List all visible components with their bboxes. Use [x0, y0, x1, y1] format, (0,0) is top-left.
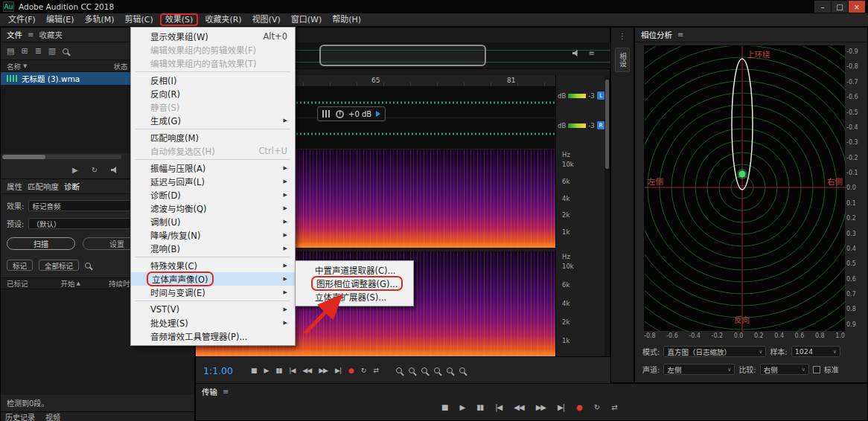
menu-item-time-pitch[interactable]: 时间与变调(E)▶ [131, 286, 295, 299]
tab-diagnostics[interactable]: 诊断 [64, 181, 80, 192]
gain-hud[interactable]: +0 dB [317, 106, 386, 121]
tab-files[interactable]: 文件 [7, 29, 22, 40]
delete-icon[interactable]: ▥ [48, 46, 56, 56]
overview-range-selector[interactable] [319, 45, 486, 66]
menu-item-delay-echo[interactable]: 延迟与回声(L)▶ [131, 175, 295, 188]
forward-button[interactable]: ▶▶ [536, 403, 546, 411]
column-marked[interactable]: 已标记 [7, 278, 28, 289]
zoom-out-time-icon[interactable] [434, 367, 440, 373]
mode-select[interactable]: 直方图（日志缩放） ∨ [663, 346, 766, 357]
menu-item-filter-eq[interactable]: 滤波与均衡(Q)▶ [131, 202, 295, 215]
record-button[interactable]: ● [576, 403, 582, 411]
rewind-button[interactable]: ◀◀ [302, 367, 311, 374]
search-icon[interactable] [63, 48, 68, 54]
speaker-icon[interactable] [111, 167, 118, 173]
menu-file[interactable]: 文件(F) [3, 14, 41, 26]
tab-properties[interactable]: 属性 [7, 181, 22, 192]
skip-back-button[interactable]: |◀ [495, 403, 502, 411]
menu-item-modulation[interactable]: 调制(U)▶ [131, 215, 295, 228]
zoom-in-icon[interactable] [396, 367, 402, 373]
record-button[interactable]: ● [348, 367, 354, 374]
maximize-button[interactable]: □ [832, 1, 848, 13]
grip-icon[interactable]: ⋮ [619, 32, 626, 40]
play-button[interactable]: ▶ [459, 403, 465, 411]
menu-item-batch[interactable]: 批处理(S)▶ [131, 316, 295, 330]
column-start[interactable]: 开始 [61, 278, 75, 289]
stop-button[interactable]: ■ [251, 367, 257, 374]
column-name[interactable]: 名称 [7, 61, 21, 71]
panel-menu-icon[interactable]: ≡ [223, 388, 229, 396]
samples-select[interactable]: 1024 ∨ [791, 346, 840, 357]
menu-view[interactable]: 视图(V) [247, 14, 286, 26]
files-horizontal-scrollbar[interactable] [2, 155, 121, 159]
forward-button[interactable]: ▶▶ [319, 367, 328, 374]
skip-forward-button[interactable]: ▶| [558, 403, 564, 411]
minimize-button[interactable]: – [814, 1, 831, 13]
menu-item-amplitude-compression[interactable]: 振幅与压限(A)▶ [131, 161, 295, 175]
import-icon[interactable]: ≣ [35, 46, 42, 56]
marker-button[interactable]: 标记 [7, 260, 33, 271]
menu-item-plugin-manager[interactable]: 音频增效工具管理器(P)... [131, 330, 295, 343]
new-file-icon[interactable]: ▤ [7, 46, 14, 56]
pause-button[interactable]: ▮▮ [275, 367, 281, 374]
panel-menu-icon[interactable]: ≡ [677, 30, 683, 39]
tab-video[interactable]: 视频 [45, 411, 60, 421]
menu-item-special[interactable]: 特殊效果(C)▶ [131, 259, 295, 272]
menu-item-diagnostics[interactable]: 诊断(D)▶ [131, 188, 295, 202]
skip-forward-button[interactable]: ▶| [335, 367, 341, 374]
loop-button[interactable]: ↻ [361, 367, 366, 374]
hud-drag-icon[interactable] [376, 111, 380, 117]
scan-button[interactable]: 扫描 [7, 237, 75, 250]
scrollbar-thumb[interactable] [2, 155, 45, 159]
submenu-item-graphic-phase-shifter[interactable]: 图形相位调整器(G)... [296, 277, 413, 290]
column-status[interactable]: 状态 [113, 61, 127, 71]
menu-item-vst[interactable]: VST(V)▶ [131, 303, 295, 316]
zoom-in-time-icon[interactable] [421, 367, 427, 373]
open-file-icon[interactable]: ⊞ [21, 46, 28, 56]
swap-button[interactable]: ⇄ [611, 403, 616, 411]
marker-all-button[interactable]: 全部标记 [39, 260, 79, 271]
menu-favorites[interactable]: 收藏夹(R) [200, 14, 246, 26]
menu-clip[interactable]: 剪辑(C) [120, 14, 159, 26]
compare-select[interactable]: 右侧 ∨ [760, 364, 809, 375]
marker-search-icon[interactable] [85, 263, 91, 269]
panel-menu-icon[interactable]: ≡ [589, 49, 595, 57]
channel-select[interactable]: 左侧 ∨ [663, 364, 735, 375]
play-button[interactable]: ▶ [264, 367, 269, 374]
loop-button[interactable]: ↻ [594, 403, 599, 411]
menu-item-noise-reduction[interactable]: 降噪/恢复(N)▶ [131, 228, 295, 242]
editor-vertical-scrollbar[interactable] [604, 75, 610, 356]
zoom-out-icon[interactable] [409, 367, 415, 373]
skip-back-button[interactable]: |◀ [289, 367, 295, 374]
zoom-full-icon[interactable] [459, 367, 465, 373]
tab-match-loudness[interactable]: 匹配响度 [28, 181, 59, 192]
menu-edit[interactable]: 编辑(E) [41, 14, 80, 26]
menu-effects[interactable]: 效果(S) [160, 13, 199, 26]
tab-history[interactable]: 历史记录 [5, 411, 35, 421]
menu-multitrack[interactable]: 多轨(M) [79, 14, 119, 26]
collapsed-panel-tab[interactable]: 相设 [615, 48, 630, 72]
menu-item-stereo-imagery[interactable]: 立体声声像(O)▶ [131, 272, 295, 286]
zoom-selection-icon[interactable] [447, 367, 453, 373]
close-button[interactable]: × [849, 1, 865, 13]
normalize-checkbox[interactable] [813, 366, 820, 373]
preview-play-icon[interactable]: ▶ [72, 166, 78, 174]
menu-item-reverb[interactable]: 混响(B)▶ [131, 242, 295, 255]
menu-help[interactable]: 帮助(H) [327, 14, 366, 26]
panel-menu-icon[interactable]: ≡ [28, 30, 33, 39]
swap-button[interactable]: ⇄ [373, 367, 378, 374]
stop-button[interactable]: ■ [441, 403, 447, 411]
submenu-item-center-channel-extractor[interactable]: 中置声道提取器(C)... [296, 263, 413, 277]
menu-item-generate[interactable]: 生成(G)▶ [131, 114, 295, 127]
rewind-button[interactable]: ◀◀ [514, 403, 523, 411]
menu-window[interactable]: 窗口(W) [286, 14, 327, 26]
speaker-icon[interactable] [572, 50, 580, 57]
gain-knob[interactable] [336, 110, 344, 118]
menu-item-show-effects-rack[interactable]: 显示效果组(W)Alt+0 [131, 30, 295, 43]
menu-item-invert[interactable]: 反相(I) [131, 74, 295, 87]
pause-button[interactable]: ▮▮ [476, 403, 483, 411]
tab-favorites[interactable]: 收藏夹 [39, 29, 63, 40]
menu-item-match-loudness[interactable]: 匹配响度(M) [131, 131, 295, 144]
scrollbar-thumb[interactable] [605, 80, 609, 169]
preview-loop-icon[interactable]: ↻ [92, 166, 98, 174]
